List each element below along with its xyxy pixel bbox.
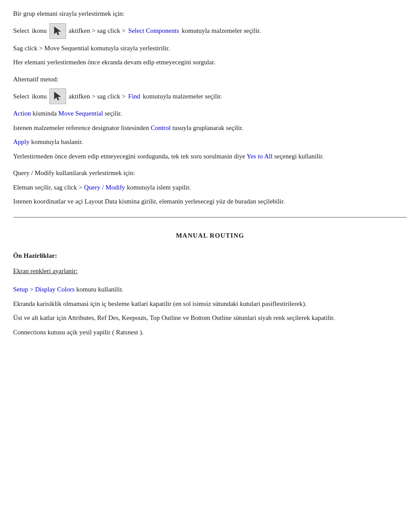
section2-title-text: Query / Modify kullanilarak yerlestirmek…: [13, 169, 135, 176]
line5-post: seçilir.: [105, 110, 122, 117]
select-icon-row2: Select ikonu aktifken > sag click > Find…: [13, 88, 407, 104]
line4-post: komutuyla malzemeler seçilir.: [143, 91, 222, 102]
svg-marker-0: [54, 27, 61, 35]
line6-post: tusuyla gruplanarak seçilir.: [172, 124, 243, 131]
line6-blue: Control: [150, 124, 171, 131]
ekran-renkleri-underline: Ekran renkleri ayarlanir:: [13, 266, 77, 276]
line5-blue1: Action: [13, 110, 31, 117]
select-label-1: Select: [13, 26, 29, 36]
section2-title: Query / Modify kullanilarak yerlestirmek…: [13, 168, 407, 178]
section3-line3: Üst ve alt katlar için Attributes, Ref D…: [13, 313, 407, 323]
section-query-modify: Query / Modify kullanilarak yerlestirmek…: [13, 168, 407, 207]
cursor-icon-2: [49, 88, 66, 104]
ekran-renkleri-heading: Ekran renkleri ayarlanir:: [13, 266, 407, 281]
line4-blue: Find: [128, 91, 140, 102]
section2-line1-post: komutuyla islem yapilir.: [127, 184, 191, 191]
section1-title: Bir grup elemani sirayla yerlestirmek iç…: [13, 9, 407, 19]
line7-blue: Apply: [13, 138, 30, 145]
line8-blue: Yes to All: [247, 153, 273, 160]
section2-line1: Eleman seçilir, sag click > Query / Modi…: [13, 183, 407, 193]
section2-line2: Istenen koordinatlar ve açi Layout Data …: [13, 197, 407, 207]
select-word-mid-1: ikonu: [32, 26, 47, 36]
cursor-icon-1: [49, 23, 66, 39]
svg-marker-1: [54, 92, 61, 100]
alt-metod-label: Alternatif metod:: [13, 74, 407, 84]
section1-line2: Sag click > Move Sequential komutuyla si…: [13, 43, 407, 53]
section3-line1-post: komutu kullanilir.: [76, 286, 123, 293]
section3-line1: Setup > Display Colors komutu kullanilir…: [13, 284, 407, 295]
line8-text: Yerlestirmeden önce devem edip etmeyeceg…: [13, 153, 245, 160]
section3-line4: Connections kutusu açik yesil yapilir ( …: [13, 327, 407, 337]
section1-line5: Action kisminda Move Sequential seçilir.: [13, 109, 407, 119]
line1-blue: Select Components: [128, 26, 179, 36]
select-word-mid-2: ikonu: [32, 91, 47, 102]
section-group-placement: Bir grup elemani sirayla yerlestirmek iç…: [13, 9, 407, 161]
section1-title-text: Bir grup elemani sirayla yerlestirmek iç…: [13, 10, 125, 17]
section-manual-routing: MANUAL ROUTING Ön Hazirliklar: Ekran ren…: [13, 231, 407, 337]
line6-pre: Istenen malzemeler reference designator …: [13, 124, 149, 131]
line8-post: seçenegi kullanilir.: [274, 153, 324, 160]
section2-line1-pre: Eleman seçilir, sag click >: [13, 184, 84, 191]
setup-display-colors: Setup > Display Colors: [13, 286, 75, 293]
section1-line7: Apply komutuyla baslanir.: [13, 137, 407, 147]
line7-post: komutuyla baslanir.: [31, 138, 83, 145]
line1-post-pre: aktifken > sag click >: [69, 26, 126, 36]
section2-line1-blue: Query / Modify: [84, 184, 125, 191]
section1-line8: Yerlestirmeden önce devem edip etmeyeceg…: [13, 151, 407, 161]
line5-mid1-text: kisminda: [33, 110, 57, 117]
section-divider: [13, 217, 407, 218]
line4-post-pre: aktifken > sag click >: [69, 91, 126, 102]
select-icon-row1: Select ikonu aktifken > sag click > Sele…: [13, 23, 407, 39]
section3-line2: Ekranda karisiklik olmamasi için iç besl…: [13, 299, 407, 309]
section1-line3: Her elemani yerlestirmeden önce ekranda …: [13, 57, 407, 67]
section1-line6: Istenen malzemeler reference designator …: [13, 123, 407, 133]
select-label-2: Select: [13, 91, 29, 102]
on-hazirliklar-heading: Ön Hazirliklar:: [13, 251, 407, 261]
manual-routing-title: MANUAL ROUTING: [13, 231, 407, 241]
line1-post: komutuyla malzemeler seçilir.: [182, 26, 261, 36]
line5-blue2: Move Sequential: [58, 110, 103, 117]
